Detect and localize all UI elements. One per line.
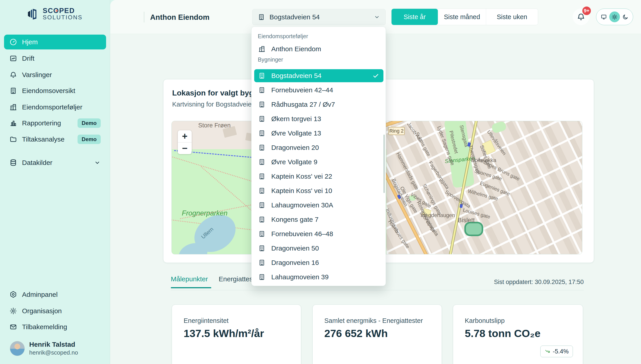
dropdown-group-label: Bygninger bbox=[258, 56, 283, 63]
dropdown-item-portfolio[interactable]: Anthon Eiendom bbox=[254, 42, 384, 56]
building-icon bbox=[258, 259, 266, 266]
building-icon bbox=[258, 86, 266, 94]
dropdown-item-building[interactable]: Kaptein Koss' vei 10 bbox=[254, 184, 384, 197]
dropdown-scrollbar[interactable] bbox=[384, 134, 385, 193]
sidebar-item-label: Tilbakemelding bbox=[22, 323, 101, 331]
dropdown-item-label: Bogstadveien 54 bbox=[271, 72, 366, 80]
sidebar-item-datakilder[interactable]: Datakilder bbox=[4, 155, 106, 170]
dropdown-item-building[interactable]: Dragonveien 50 bbox=[254, 242, 384, 255]
dropdown-item-label: Fornebuveien 42–44 bbox=[271, 86, 380, 94]
map-zoom-in-button[interactable]: + bbox=[178, 130, 192, 142]
sidebar-item-hjem[interactable]: Hjem bbox=[4, 34, 106, 50]
building-icon bbox=[258, 72, 266, 79]
monitor-icon bbox=[600, 14, 607, 20]
sidebar-item-varslinger[interactable]: Varslinger bbox=[4, 68, 106, 82]
brand-mark-icon bbox=[26, 8, 39, 20]
tab-malepunkter[interactable]: Målepunkter bbox=[171, 275, 208, 283]
user-profile[interactable]: Henrik Talstad henrik@scoped.no bbox=[10, 341, 78, 356]
range-button-siste-ar[interactable]: Siste år bbox=[392, 9, 438, 25]
folder-icon bbox=[10, 136, 17, 143]
dropdown-item-label: Kongens gate 7 bbox=[271, 216, 380, 223]
dropdown-item-building[interactable]: Økern torgvei 13 bbox=[254, 112, 384, 126]
sidebar-toggle-icon[interactable] bbox=[127, 12, 136, 22]
sidebar-item-eiendomsoversikt[interactable]: Eiendomsoversikt bbox=[4, 83, 106, 98]
chevron-down-icon bbox=[374, 14, 380, 20]
dropdown-item-label: Kaptein Koss' vei 10 bbox=[271, 187, 380, 194]
building-icon bbox=[258, 245, 266, 252]
sidebar-item-label: Organisasjon bbox=[22, 307, 101, 315]
dropdown-item-building[interactable]: Bogstadveien 54 bbox=[254, 69, 384, 82]
dropdown-item-label: Dragonveien 16 bbox=[271, 259, 380, 266]
theme-system-button[interactable] bbox=[598, 12, 609, 22]
app-root: SCOPED SOLUTIONS Hjem Drift Varslinger E… bbox=[0, 0, 641, 364]
tabs-border bbox=[171, 290, 584, 290]
building-selector[interactable]: Bogstadveien 54 bbox=[252, 9, 386, 25]
active-tab-underline bbox=[171, 287, 211, 288]
last-updated-text: Sist oppdatert: 30.09.2025, 17:50 bbox=[494, 278, 584, 286]
dropdown-item-building[interactable]: Dragonveien 20 bbox=[254, 141, 384, 154]
gauge-icon bbox=[10, 38, 17, 46]
map-zoom-out-button[interactable]: − bbox=[178, 142, 192, 154]
demo-badge: Demo bbox=[78, 134, 101, 144]
dropdown-item-building[interactable]: Rådhusgata 27 / Øv7 bbox=[254, 98, 384, 111]
dropdown-item-label: Fornebuveien 46–48 bbox=[271, 230, 380, 238]
theme-dark-button[interactable] bbox=[620, 12, 631, 22]
brand-line1: SCOPED bbox=[43, 7, 82, 14]
dropdown-item-label: Kaptein Koss' vei 22 bbox=[271, 172, 380, 180]
building-selector-value: Bogstadveien 54 bbox=[270, 13, 369, 21]
sidebar-item-label: Drift bbox=[22, 54, 101, 62]
building-icon bbox=[258, 202, 266, 209]
stat-value: 5.78 tonn CO₂e bbox=[465, 327, 540, 340]
dropdown-item-label: Dragonveien 20 bbox=[271, 144, 380, 152]
sidebar-item-tiltaksanalyse[interactable]: Tiltaksanalyse Demo bbox=[4, 132, 106, 147]
dropdown-item-label: Rådhusgata 27 / Øv7 bbox=[271, 101, 380, 108]
stat-card-karbonutslipp: Karbonutslipp 5.78 tonn CO₂e -5.4% bbox=[453, 304, 583, 364]
theme-light-button[interactable] bbox=[609, 12, 620, 22]
dropdown-group-label: Eiendomsporteføljer bbox=[258, 33, 308, 40]
building-dropdown: Eiendomsporteføljer Anthon Eiendom Bygni… bbox=[251, 26, 386, 286]
delta-badge: -5.4% bbox=[540, 346, 573, 357]
sun-icon bbox=[611, 14, 618, 20]
range-button-siste-maned[interactable]: Siste måned bbox=[438, 9, 486, 25]
stat-card-energimiks: Samlet energmiks - Energiattester 276 65… bbox=[312, 304, 442, 364]
stat-label: Energiintensitet bbox=[184, 317, 228, 324]
range-button-siste-uken[interactable]: Siste uken bbox=[486, 9, 538, 25]
mail-icon bbox=[10, 323, 17, 331]
building-icon bbox=[258, 230, 266, 238]
sidebar-item-adminpanel[interactable]: Adminpanel bbox=[4, 287, 106, 302]
sidebar-item-rapportering[interactable]: Rapportering Demo bbox=[4, 116, 106, 130]
dropdown-item-building[interactable]: Lahaugmoveien 39 bbox=[254, 270, 384, 284]
buildings-icon bbox=[10, 103, 17, 111]
dropdown-item-building[interactable]: Øvre Vollgate 9 bbox=[254, 156, 384, 168]
chevron-down-icon bbox=[94, 159, 101, 166]
sidebar-item-tilbakemelding[interactable]: Tilbakemelding bbox=[4, 320, 106, 334]
building-icon bbox=[258, 187, 266, 194]
dropdown-item-building[interactable]: Lahaugmoveien 30A bbox=[254, 199, 384, 212]
sidebar-item-organisasjon[interactable]: Organisasjon bbox=[4, 304, 106, 318]
dropdown-item-building[interactable]: Dragonveien 16 bbox=[254, 256, 384, 269]
sidebar-item-label: Eiendomsporteføljer bbox=[22, 103, 101, 111]
notifications-button[interactable]: 9+ bbox=[573, 8, 589, 25]
brand-logo: SCOPED SOLUTIONS bbox=[26, 7, 82, 20]
dropdown-item-building[interactable]: Fornebuveien 42–44 bbox=[254, 84, 384, 96]
dropdown-item-building[interactable]: Fornebuveien 46–48 bbox=[254, 228, 384, 240]
sidebar-item-eiendomsportefoljer[interactable]: Eiendomsporteføljer bbox=[4, 100, 106, 114]
stat-value: 137.5 kWh/m²/år bbox=[184, 327, 264, 340]
sidebar-item-drift[interactable]: Drift bbox=[4, 51, 106, 66]
dropdown-item-label: Anthon Eiendom bbox=[271, 45, 380, 53]
delta-value: -5.4% bbox=[553, 348, 569, 355]
dropdown-item-label: Økern torgvei 13 bbox=[271, 115, 380, 123]
dropdown-item-label: Lahaugmoveien 39 bbox=[271, 273, 380, 281]
theme-switcher bbox=[596, 8, 633, 25]
dropdown-item-building[interactable]: Kaptein Koss' vei 22 bbox=[254, 170, 384, 183]
dropdown-item-building[interactable]: Øvre Vollgate 13 bbox=[254, 127, 384, 140]
user-email: henrik@scoped.no bbox=[29, 349, 78, 356]
dropdown-item-building[interactable]: Kongens gate 7 bbox=[254, 213, 384, 226]
brand-dot bbox=[56, 10, 58, 12]
building-icon bbox=[258, 115, 266, 122]
sidebar-item-label: Rapportering bbox=[22, 119, 72, 127]
sidebar-item-label: Datakilder bbox=[22, 159, 89, 166]
map-street-label: Frognerparken bbox=[182, 209, 228, 217]
dropdown-item-label: Lahaugmoveien 30A bbox=[271, 201, 380, 209]
bar-chart-icon bbox=[10, 119, 17, 127]
